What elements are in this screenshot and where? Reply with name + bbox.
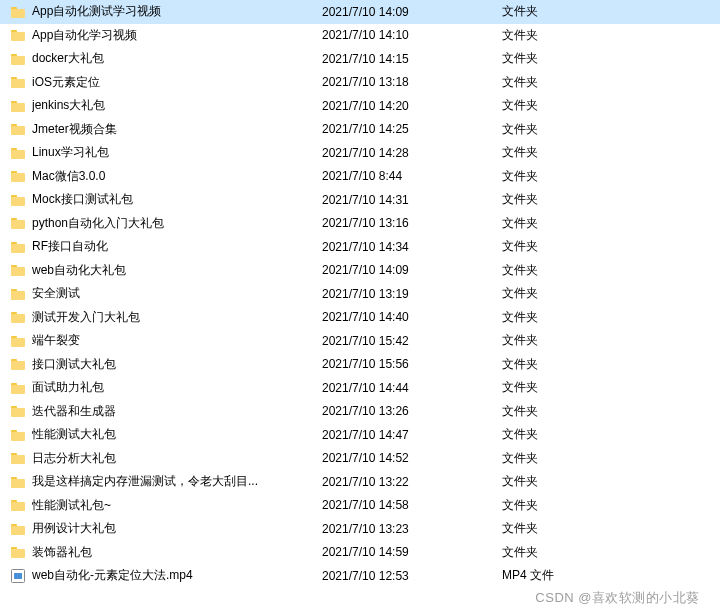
file-type: 文件夹 (502, 473, 602, 490)
file-type: 文件夹 (502, 3, 602, 20)
file-row[interactable]: web自动化大礼包2021/7/10 14:09文件夹 (0, 259, 720, 283)
folder-icon (10, 403, 26, 419)
file-row[interactable]: 面试助力礼包2021/7/10 14:44文件夹 (0, 376, 720, 400)
file-type: 文件夹 (502, 332, 602, 349)
file-type: 文件夹 (502, 215, 602, 232)
svg-rect-21 (11, 244, 25, 253)
file-name: 我是这样搞定内存泄漏测试，令老大刮目... (32, 473, 322, 490)
file-name: Mac微信3.0.0 (32, 168, 322, 185)
svg-rect-11 (11, 126, 25, 135)
file-date: 2021/7/10 13:26 (322, 404, 502, 418)
folder-icon (10, 309, 26, 325)
folder-icon (10, 74, 26, 90)
file-date: 2021/7/10 15:42 (322, 334, 502, 348)
file-name: Mock接口测试礼包 (32, 191, 322, 208)
file-type: 文件夹 (502, 450, 602, 467)
file-date: 2021/7/10 13:19 (322, 287, 502, 301)
file-date: 2021/7/10 15:56 (322, 357, 502, 371)
file-row[interactable]: jenkins大礼包2021/7/10 14:20文件夹 (0, 94, 720, 118)
file-date: 2021/7/10 13:22 (322, 475, 502, 489)
file-type: 文件夹 (502, 50, 602, 67)
file-row[interactable]: docker大礼包2021/7/10 14:15文件夹 (0, 47, 720, 71)
file-row[interactable]: 装饰器礼包2021/7/10 14:59文件夹 (0, 541, 720, 565)
file-type: 文件夹 (502, 238, 602, 255)
file-name: Jmeter视频合集 (32, 121, 322, 138)
file-row[interactable]: 迭代器和生成器2021/7/10 13:26文件夹 (0, 400, 720, 424)
folder-icon (10, 450, 26, 466)
file-name: 端午裂变 (32, 332, 322, 349)
file-date: 2021/7/10 14:31 (322, 193, 502, 207)
file-date: 2021/7/10 14:28 (322, 146, 502, 160)
file-type: 文件夹 (502, 497, 602, 514)
file-date: 2021/7/10 14:09 (322, 5, 502, 19)
file-type: 文件夹 (502, 285, 602, 302)
svg-rect-9 (11, 103, 25, 112)
file-name: 测试开发入门大礼包 (32, 309, 322, 326)
file-type: 文件夹 (502, 27, 602, 44)
folder-icon (10, 286, 26, 302)
file-row[interactable]: 性能测试大礼包2021/7/10 14:47文件夹 (0, 423, 720, 447)
file-type: 文件夹 (502, 74, 602, 91)
svg-rect-13 (11, 150, 25, 159)
file-row[interactable]: Mac微信3.0.02021/7/10 8:44文件夹 (0, 165, 720, 189)
svg-rect-3 (11, 32, 25, 41)
file-row[interactable]: Linux学习礼包2021/7/10 14:28文件夹 (0, 141, 720, 165)
file-name: 用例设计大礼包 (32, 520, 322, 537)
file-date: 2021/7/10 12:53 (322, 569, 502, 583)
file-name: web自动化大礼包 (32, 262, 322, 279)
file-row[interactable]: Mock接口测试礼包2021/7/10 14:31文件夹 (0, 188, 720, 212)
file-row[interactable]: 用例设计大礼包2021/7/10 13:23文件夹 (0, 517, 720, 541)
file-row[interactable]: 接口测试大礼包2021/7/10 15:56文件夹 (0, 353, 720, 377)
file-type: 文件夹 (502, 544, 602, 561)
file-row[interactable]: 日志分析大礼包2021/7/10 14:52文件夹 (0, 447, 720, 471)
svg-rect-29 (11, 338, 25, 347)
file-row[interactable]: 性能测试礼包~2021/7/10 14:58文件夹 (0, 494, 720, 518)
file-type: 文件夹 (502, 309, 602, 326)
folder-icon (10, 168, 26, 184)
file-date: 2021/7/10 14:20 (322, 99, 502, 113)
file-type: 文件夹 (502, 356, 602, 373)
folder-icon (10, 497, 26, 513)
svg-rect-39 (11, 455, 25, 464)
svg-rect-43 (11, 502, 25, 511)
folder-icon (10, 145, 26, 161)
file-name: 性能测试大礼包 (32, 426, 322, 443)
file-row[interactable]: iOS元素定位2021/7/10 13:18文件夹 (0, 71, 720, 95)
file-date: 2021/7/10 14:52 (322, 451, 502, 465)
svg-rect-5 (11, 56, 25, 65)
svg-rect-49 (14, 573, 22, 579)
file-row[interactable]: web自动化-元素定位大法.mp42021/7/10 12:53MP4 文件 (0, 564, 720, 588)
folder-icon (10, 4, 26, 20)
file-row[interactable]: 端午裂变2021/7/10 15:42文件夹 (0, 329, 720, 353)
svg-rect-23 (11, 267, 25, 276)
file-type: 文件夹 (502, 144, 602, 161)
file-row[interactable]: RF接口自动化2021/7/10 14:34文件夹 (0, 235, 720, 259)
file-date: 2021/7/10 14:15 (322, 52, 502, 66)
file-name: App自动化学习视频 (32, 27, 322, 44)
file-row[interactable]: 测试开发入门大礼包2021/7/10 14:40文件夹 (0, 306, 720, 330)
folder-icon (10, 121, 26, 137)
folder-icon (10, 27, 26, 43)
svg-rect-45 (11, 526, 25, 535)
file-row[interactable]: python自动化入门大礼包2021/7/10 13:16文件夹 (0, 212, 720, 236)
file-list: App自动化测试学习视频2021/7/10 14:09文件夹App自动化学习视频… (0, 0, 720, 588)
folder-icon (10, 239, 26, 255)
file-row[interactable]: App自动化测试学习视频2021/7/10 14:09文件夹 (0, 0, 720, 24)
file-type: MP4 文件 (502, 567, 602, 584)
svg-rect-27 (11, 314, 25, 323)
folder-icon (10, 427, 26, 443)
file-type: 文件夹 (502, 520, 602, 537)
file-name: docker大礼包 (32, 50, 322, 67)
file-name: jenkins大礼包 (32, 97, 322, 114)
file-name: 装饰器礼包 (32, 544, 322, 561)
file-name: 面试助力礼包 (32, 379, 322, 396)
file-row[interactable]: 安全测试2021/7/10 13:19文件夹 (0, 282, 720, 306)
file-type: 文件夹 (502, 403, 602, 420)
file-date: 2021/7/10 13:16 (322, 216, 502, 230)
svg-rect-35 (11, 408, 25, 417)
svg-rect-1 (11, 9, 25, 18)
file-row[interactable]: 我是这样搞定内存泄漏测试，令老大刮目...2021/7/10 13:22文件夹 (0, 470, 720, 494)
file-date: 2021/7/10 14:34 (322, 240, 502, 254)
file-row[interactable]: App自动化学习视频2021/7/10 14:10文件夹 (0, 24, 720, 48)
file-row[interactable]: Jmeter视频合集2021/7/10 14:25文件夹 (0, 118, 720, 142)
